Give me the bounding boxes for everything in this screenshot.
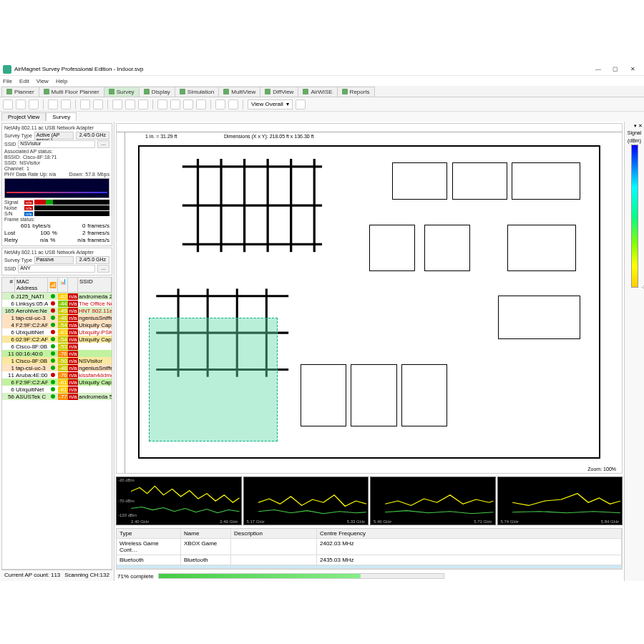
minimize-button[interactable]: — — [590, 63, 607, 76]
legend-gradient: 0-10-20-30-40-50-60-70-80-90-100 — [631, 145, 638, 288]
tool-b[interactable] — [170, 99, 180, 109]
table-row[interactable]: 6Linksys:05:A-44n/aThe Office Netw — [2, 300, 112, 307]
menu-help[interactable]: Help — [56, 78, 67, 84]
planner-icon — [6, 89, 12, 94]
legend-pin-icon[interactable]: ▾ — [634, 123, 637, 129]
table-row[interactable]: 1tap-csi-uc-3-48n/angeniusSniffer — [2, 364, 112, 371]
tab-multifloor[interactable]: Multi Floor Planner — [39, 87, 104, 97]
table-row[interactable]: Wireless Game Cont…XBOX Game2402.03 MHz — [117, 539, 622, 555]
spectrum-1: -20 dBm -70 dBm -120 dBm 2.40 GHz 2.49 G… — [116, 477, 242, 525]
ssid-browse-2[interactable]: … — [97, 265, 109, 273]
table-row[interactable]: 602:9F:C2:AF-54n/aUbiquity Captive — [2, 336, 112, 343]
zoom-readout: Zoom: 100% — [587, 467, 616, 472]
tab-airwise[interactable]: AirWISE — [298, 87, 337, 97]
adapter2-panel: NetAlly 802.11 ac USB Network Adapter Su… — [1, 248, 112, 275]
table-row[interactable]: 1Cisco-8F:0B-50n/aNSVisitor — [2, 357, 112, 364]
table-row[interactable]: 6J125_NATI-62n/aandromeda 2g — [2, 293, 112, 300]
display-icon — [144, 89, 150, 94]
menu-edit[interactable]: Edit — [19, 78, 29, 84]
tab-survey[interactable]: Survey — [104, 87, 140, 97]
reports-icon — [342, 89, 348, 94]
survey-type-2[interactable]: Passive — [34, 256, 74, 264]
survey-path — [149, 318, 278, 442]
adapter1-panel: NetAlly 802.11 ac USB Network Adapter Su… — [1, 123, 112, 246]
tool-open[interactable] — [16, 99, 26, 109]
maximize-button[interactable]: ▢ — [607, 63, 624, 76]
toolbar: View Overall▾ — [0, 97, 644, 112]
view-dropdown[interactable]: View Overall▾ — [248, 99, 293, 109]
ruler-horizontal — [117, 124, 622, 132]
tool-f[interactable] — [228, 99, 238, 109]
table-row[interactable]: 1100:16:40:0-76n/a — [2, 350, 112, 357]
tool-fit[interactable] — [138, 99, 148, 109]
band-select[interactable]: 2.4/5.0 GHz — [76, 132, 109, 140]
window-title: AirMagnet Survey Professional Edition - … — [14, 66, 144, 72]
tab-planner[interactable]: Planner — [1, 87, 39, 97]
ssid-browse[interactable]: … — [97, 140, 109, 148]
spectrum-4: 5.74 GHz 5.84 GHz — [497, 477, 623, 525]
tool-redo[interactable] — [93, 99, 103, 109]
spectrum-3: 5.49 GHz 5.71 GHz — [370, 477, 496, 525]
mac-table: # MAC Address 📶 📊 SSID 6J125_NATI-62n/aa… — [1, 277, 112, 570]
tool-print[interactable] — [48, 99, 58, 109]
tab-multiview[interactable]: MultiView — [218, 87, 260, 97]
survey-type[interactable]: Active (AP assoc.) — [34, 132, 74, 140]
tool-c[interactable] — [183, 99, 193, 109]
tool-a[interactable] — [157, 99, 167, 109]
tool-new[interactable] — [3, 99, 13, 109]
menubar: File Edit View Help — [0, 76, 644, 86]
innertab-survey[interactable]: Survey — [46, 112, 77, 121]
multiview-icon — [223, 89, 229, 94]
innertab-project[interactable]: Project View — [1, 112, 46, 121]
tool-undo[interactable] — [80, 99, 90, 109]
table-row[interactable]: 6UbiquitiNet-63n/aUbiquity-PSK — [2, 328, 112, 336]
legend-close-icon[interactable]: ✕ — [638, 123, 643, 129]
tab-display[interactable]: Display — [139, 87, 175, 97]
adapter1-title: NetAlly 802.11 ac USB Network Adapter — [4, 125, 109, 130]
tab-simulation[interactable]: Simulation — [175, 87, 219, 97]
tab-diffview[interactable]: DiffView — [260, 87, 298, 97]
tool-d[interactable] — [196, 99, 206, 109]
table-row[interactable]: 4F2:9F:C2:AF-54n/aUbiquity Captive — [2, 321, 112, 328]
table-row[interactable]: 6UbiquitiNet-61n/a — [2, 386, 112, 393]
spectrum-2: 5.17 GHz 5.33 GHz — [243, 477, 369, 525]
progress-bar: 71% complete — [114, 571, 624, 581]
multifloor-icon — [44, 89, 49, 94]
sidebar: NetAlly 802.11 ac USB Network Adapter Su… — [0, 122, 114, 581]
status-line: Current AP count: 113 Scanning CH:132 — [1, 570, 112, 580]
ssid-2[interactable]: ANY — [18, 265, 95, 273]
chevron-down-icon: ▾ — [286, 101, 289, 107]
signal-bar — [34, 200, 109, 205]
table-row[interactable]: 56ASUSTek C-77n/aandromeda 5g — [2, 393, 112, 400]
tool-cut[interactable] — [61, 99, 71, 109]
menu-file[interactable]: File — [3, 78, 12, 84]
tool-zoom-in[interactable] — [112, 99, 122, 109]
device-table: Type Name Description Centre Frequency W… — [116, 528, 623, 570]
table-row[interactable]: 6Cisco-8F:0B-53n/a — [2, 343, 112, 350]
table-row[interactable]: 165Aerohive:Ne-49n/aHNT 802.11ax — [2, 307, 112, 314]
table-row[interactable]: 1tap-csi-uc-3-48n/angeniusSniffer — [2, 314, 112, 321]
close-button[interactable]: ✕ — [624, 63, 641, 76]
diffview-icon — [265, 89, 270, 94]
airwise-icon — [303, 89, 308, 94]
app-icon — [3, 65, 11, 74]
tool-g[interactable] — [296, 99, 306, 109]
signal-col-icon[interactable]: 📶 — [48, 278, 58, 292]
menu-view[interactable]: View — [36, 78, 49, 84]
table-row[interactable] — [117, 565, 622, 569]
tool-e[interactable] — [215, 99, 225, 109]
table-row[interactable]: 6F2:9F:C2:AF-61n/aUbiquity Captive — [2, 379, 112, 386]
rate-chart — [4, 178, 109, 198]
tool-save[interactable] — [29, 99, 39, 109]
floor-plan[interactable]: 1 in. = 31.29 ft Dimensions (X x Y): 218… — [116, 123, 623, 474]
noise-col-icon[interactable]: 📊 — [58, 278, 68, 292]
table-row[interactable]: 11Aruba:4E:00-76n/akissfan4ddmo — [2, 371, 112, 379]
tab-reports[interactable]: Reports — [337, 87, 375, 97]
signal-legend: ▾ ✕ Signal (dBm) 0-10-20-30-40-50-60-70-… — [624, 122, 644, 581]
spectrum-charts: -20 dBm -70 dBm -120 dBm 2.40 GHz 2.49 G… — [114, 475, 624, 527]
ssid-input[interactable]: NSVisitor — [18, 140, 95, 148]
tool-zoom-out[interactable] — [125, 99, 135, 109]
band-2[interactable]: 2.4/5.0 GHz — [76, 256, 109, 264]
sn-bar — [34, 211, 109, 216]
table-row[interactable]: BluetoothBluetooth2435.03 MHz — [117, 555, 622, 565]
